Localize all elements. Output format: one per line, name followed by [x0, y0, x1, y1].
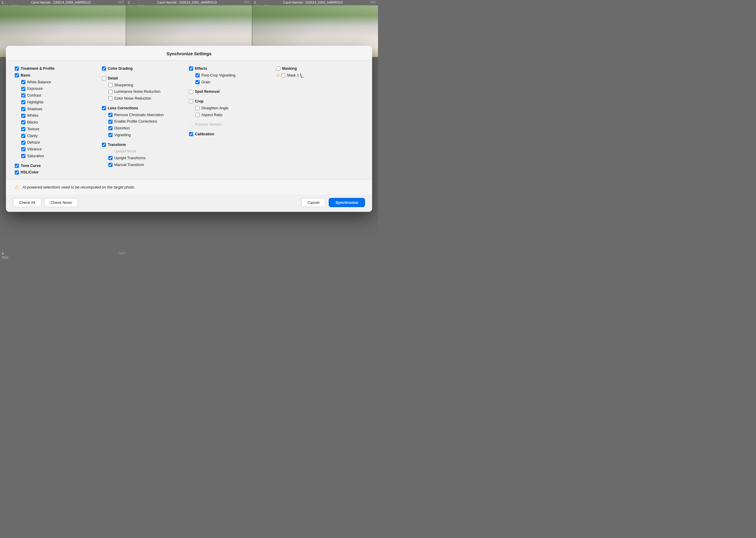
- photo-dims-4: 4912: [2, 256, 8, 259]
- cancel-button[interactable]: Cancel: [301, 198, 326, 207]
- photo-format-3: NEF: [370, 1, 376, 4]
- checkbox-dehaze[interactable]: Dehaze: [15, 140, 102, 145]
- checkbox-vibrance[interactable]: Vibrance: [15, 146, 102, 152]
- checkbox-contrast[interactable]: Contrast: [15, 93, 102, 98]
- photo-cell-4[interactable]: 4 NEF 4912: [0, 251, 127, 269]
- checkbox-clarity[interactable]: Clarity: [15, 133, 102, 139]
- checkbox-effects[interactable]: Effects: [189, 66, 276, 72]
- checkbox-hslcolor[interactable]: HSL/Color: [15, 170, 102, 175]
- checkbox-texture[interactable]: Texture: [15, 127, 102, 132]
- checkbox-uprightmode[interactable]: Upright Mode: [102, 149, 189, 154]
- checkbox-removechromatic[interactable]: Remove Chromatic Aberration: [102, 112, 189, 118]
- settings-col-1: Treatment & Profile Basic White Balance …: [15, 66, 102, 175]
- checkbox-vignetting[interactable]: Vignetting: [102, 133, 189, 138]
- warning-text: AI-powered selections need to be recompu…: [23, 185, 135, 189]
- checkbox-calibration[interactable]: Calibration: [189, 132, 276, 137]
- checkbox-shadows[interactable]: Shadows: [15, 106, 102, 112]
- checkbox-whitebalance[interactable]: White Balance: [15, 80, 102, 85]
- checkbox-grain[interactable]: Grain: [189, 80, 276, 85]
- checkbox-detail[interactable]: Detail: [102, 76, 189, 81]
- photo-number-4: 4: [2, 252, 4, 255]
- photo-strip-bottom: 4 NEF 4912: [0, 251, 378, 269]
- warning-section: ⚠ AI-powered selections need to be recom…: [6, 179, 372, 194]
- checkbox-luminancenoise[interactable]: Luminance Noise Reduction: [102, 89, 189, 94]
- cursor-icon: [300, 73, 304, 78]
- checkbox-treatment[interactable]: Treatment & Profile: [15, 66, 102, 72]
- check-all-button[interactable]: Check All: [13, 198, 41, 207]
- synchronize-button[interactable]: Synchronize: [329, 198, 365, 207]
- photo-name-1: Carol Harrold - 220514_0389_HARROLD: [4, 1, 118, 4]
- photo-format-4: NEF: [119, 252, 125, 255]
- photo-name-2: Carol Harrold - 220514_0391_HARROLD: [129, 1, 244, 4]
- settings-col-4: Masking ⚠ Mask 1: [276, 66, 363, 175]
- button-row: Check All Check None Cancel Synchronize: [6, 194, 372, 212]
- right-buttons: Cancel Synchronize: [301, 198, 365, 207]
- settings-col-2: Color Grading Detail Sharpening Luminanc…: [102, 66, 189, 175]
- checkbox-distortion[interactable]: Distortion: [102, 126, 189, 131]
- checkbox-spotremoval[interactable]: Spot Removal: [189, 89, 276, 94]
- checkbox-colorgrading[interactable]: Color Grading: [102, 66, 189, 72]
- checkbox-mask1[interactable]: Mask 1: [281, 73, 299, 78]
- checkbox-basic[interactable]: Basic: [15, 73, 102, 78]
- checkbox-transform[interactable]: Transform: [102, 142, 189, 148]
- checkbox-postcropvignetting[interactable]: Post-Crop Vignetting: [189, 73, 276, 78]
- checkbox-manualtransform[interactable]: Manual Transform: [102, 162, 189, 168]
- checkbox-crop[interactable]: Crop: [189, 99, 276, 104]
- synchronize-settings-dialog: Synchronize Settings Treatment & Profile…: [6, 46, 372, 212]
- checkbox-exposure[interactable]: Exposure: [15, 86, 102, 91]
- checkbox-whites[interactable]: Whites: [15, 113, 102, 119]
- checkbox-colornoise[interactable]: Color Noise Reduction: [102, 96, 189, 101]
- checkbox-masking[interactable]: Masking: [276, 66, 363, 72]
- left-buttons: Check All Check None: [13, 198, 78, 207]
- checkbox-saturation[interactable]: Saturation: [15, 153, 102, 159]
- photo-format-2: NEF: [244, 1, 250, 4]
- checkbox-tonecurve[interactable]: Tone Curve: [15, 163, 102, 169]
- dialog-title: Synchronize Settings: [6, 46, 372, 61]
- checkbox-lenscorrections[interactable]: Lens Corrections: [102, 105, 189, 111]
- mask1-row: ⚠ Mask 1: [276, 73, 363, 78]
- checkbox-processversion: Process Version: [189, 122, 276, 127]
- warning-icon: ⚠: [15, 184, 20, 190]
- checkbox-sharpening[interactable]: Sharpening: [102, 82, 189, 88]
- photo-name-3: Carol Harrold - 220514_0392_HARROLD: [256, 1, 370, 4]
- photo-format-1: NEF: [118, 1, 124, 4]
- dialog-content: Treatment & Profile Basic White Balance …: [6, 61, 372, 179]
- checkbox-uprighttransforms[interactable]: Upright Transforms: [102, 155, 189, 161]
- warning-triangle-icon: ⚠: [276, 73, 280, 78]
- check-none-button[interactable]: Check None: [44, 198, 78, 207]
- checkbox-highlights[interactable]: Highlights: [15, 100, 102, 105]
- checkbox-enableprofile[interactable]: Enable Profile Corrections: [102, 119, 189, 124]
- settings-col-3: Effects Post-Crop Vignetting Grain Spot …: [189, 66, 276, 175]
- checkbox-blacks[interactable]: Blacks: [15, 120, 102, 125]
- checkbox-aspectratio[interactable]: Aspect Ratio: [189, 112, 276, 118]
- checkbox-straightenangle[interactable]: Straighten Angle: [189, 105, 276, 111]
